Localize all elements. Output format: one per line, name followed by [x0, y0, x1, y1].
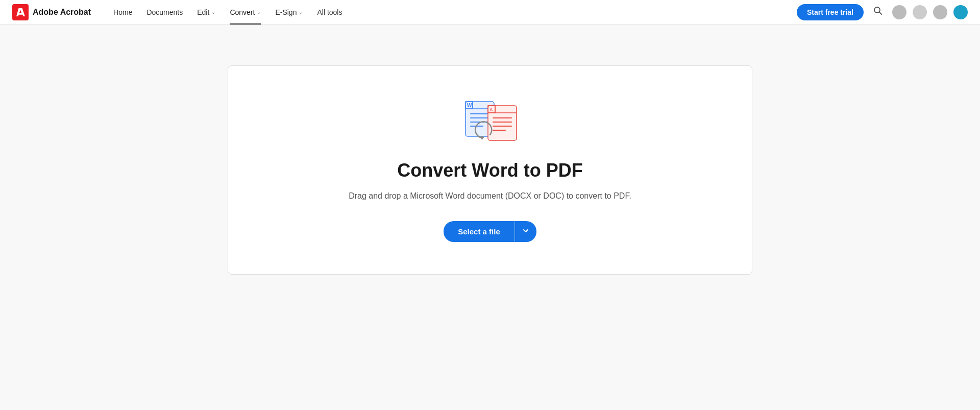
avatar-4[interactable] [953, 5, 968, 19]
brand[interactable]: Adobe Acrobat [12, 4, 91, 20]
svg-rect-0 [12, 4, 29, 20]
navbar: Adobe Acrobat Home Documents Edit ⌄ Conv… [0, 0, 980, 25]
svg-text:W: W [467, 103, 472, 108]
file-select-button-group: Select a file [444, 221, 536, 242]
brand-name: Adobe Acrobat [33, 8, 91, 17]
search-icon[interactable] [870, 3, 886, 21]
avatar-1[interactable] [892, 5, 906, 19]
nav-item-all-tools[interactable]: All tools [311, 0, 348, 25]
svg-text:A: A [489, 107, 493, 112]
avatar-3[interactable] [933, 5, 947, 19]
esign-chevron-icon: ⌄ [299, 9, 303, 15]
select-file-dropdown-button[interactable] [514, 221, 536, 242]
avatar-2[interactable] [913, 5, 927, 19]
nav-item-documents[interactable]: Documents [140, 0, 189, 25]
nav-links: Home Documents Edit ⌄ Convert ⌄ E-Sign ⌄… [107, 0, 797, 25]
page-subtitle: Drag and drop a Microsoft Word document … [349, 191, 631, 201]
nav-right: Start free trial [797, 3, 968, 21]
nav-item-convert[interactable]: Convert ⌄ [224, 0, 267, 25]
nav-item-edit[interactable]: Edit ⌄ [191, 0, 222, 25]
word-to-pdf-illustration: W A [459, 99, 521, 144]
svg-line-2 [879, 12, 882, 15]
adobe-acrobat-logo-icon [12, 4, 29, 20]
chevron-down-icon [522, 227, 529, 234]
convert-chevron-icon: ⌄ [257, 9, 261, 15]
page-title: Convert Word to PDF [397, 160, 582, 181]
nav-item-home[interactable]: Home [107, 0, 138, 25]
start-trial-button[interactable]: Start free trial [797, 4, 864, 20]
convert-card: W A [228, 65, 752, 275]
select-file-button[interactable]: Select a file [444, 221, 514, 242]
edit-chevron-icon: ⌄ [211, 9, 215, 15]
nav-item-esign[interactable]: E-Sign ⌄ [269, 0, 309, 25]
main-content: W A [0, 25, 980, 410]
